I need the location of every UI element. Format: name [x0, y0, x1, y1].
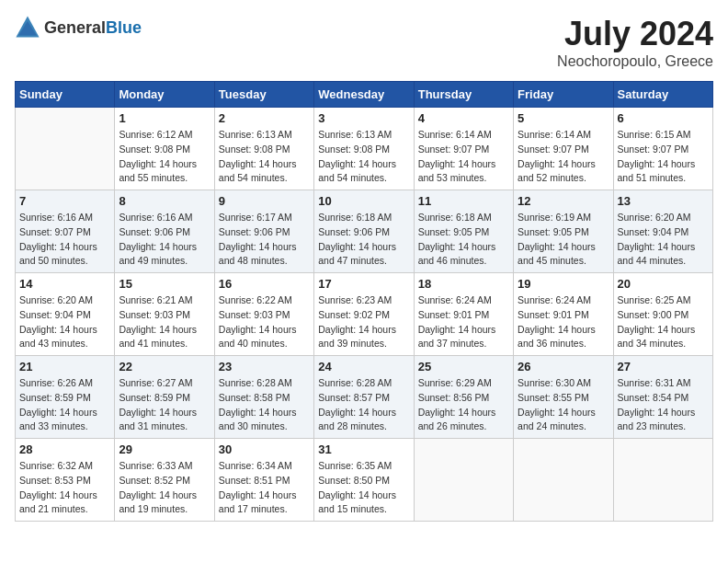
day-info: Sunrise: 6:17 AM Sunset: 9:06 PM Dayligh… — [219, 211, 310, 269]
week-row-4: 21Sunrise: 6:26 AM Sunset: 8:59 PM Dayli… — [16, 356, 713, 439]
day-info: Sunrise: 6:35 AM Sunset: 8:50 PM Dayligh… — [318, 459, 409, 517]
day-cell: 25Sunrise: 6:29 AM Sunset: 8:56 PM Dayli… — [414, 356, 513, 439]
day-number: 2 — [219, 111, 310, 125]
day-info: Sunrise: 6:18 AM Sunset: 9:05 PM Dayligh… — [418, 211, 509, 269]
day-number: 11 — [418, 194, 509, 208]
day-cell: 7Sunrise: 6:16 AM Sunset: 9:07 PM Daylig… — [16, 190, 115, 273]
weekday-header-monday: Monday — [115, 82, 214, 108]
weekday-header-thursday: Thursday — [414, 82, 513, 108]
day-number: 25 — [418, 360, 509, 373]
weekday-header-row: SundayMondayTuesdayWednesdayThursdayFrid… — [16, 82, 713, 108]
day-number: 12 — [518, 194, 609, 208]
day-number: 31 — [318, 442, 409, 456]
day-number: 4 — [418, 111, 509, 125]
day-info: Sunrise: 6:18 AM Sunset: 9:06 PM Dayligh… — [318, 211, 409, 269]
day-cell: 12Sunrise: 6:19 AM Sunset: 9:05 PM Dayli… — [514, 190, 613, 273]
week-row-2: 7Sunrise: 6:16 AM Sunset: 9:07 PM Daylig… — [16, 190, 713, 273]
day-number: 29 — [119, 442, 210, 456]
day-number: 6 — [618, 111, 709, 125]
week-row-3: 14Sunrise: 6:20 AM Sunset: 9:04 PM Dayli… — [16, 273, 713, 356]
day-cell: 15Sunrise: 6:21 AM Sunset: 9:03 PM Dayli… — [115, 273, 214, 356]
weekday-header-saturday: Saturday — [613, 82, 712, 108]
day-number: 19 — [518, 277, 609, 291]
day-cell: 9Sunrise: 6:17 AM Sunset: 9:06 PM Daylig… — [214, 190, 313, 273]
day-number: 3 — [318, 111, 409, 125]
day-cell: 2Sunrise: 6:13 AM Sunset: 9:08 PM Daylig… — [214, 108, 313, 190]
day-number: 7 — [19, 194, 110, 208]
day-cell: 17Sunrise: 6:23 AM Sunset: 9:02 PM Dayli… — [314, 273, 414, 356]
day-info: Sunrise: 6:21 AM Sunset: 9:03 PM Dayligh… — [119, 293, 210, 351]
day-cell: 8Sunrise: 6:16 AM Sunset: 9:06 PM Daylig… — [115, 190, 214, 273]
day-number: 15 — [119, 277, 210, 291]
day-number: 18 — [418, 277, 509, 291]
week-row-5: 28Sunrise: 6:32 AM Sunset: 8:53 PM Dayli… — [16, 439, 713, 522]
day-cell: 18Sunrise: 6:24 AM Sunset: 9:01 PM Dayli… — [414, 273, 513, 356]
day-cell: 14Sunrise: 6:20 AM Sunset: 9:04 PM Dayli… — [16, 273, 115, 356]
day-cell: 29Sunrise: 6:33 AM Sunset: 8:52 PM Dayli… — [115, 439, 214, 522]
day-info: Sunrise: 6:19 AM Sunset: 9:05 PM Dayligh… — [518, 211, 609, 269]
day-info: Sunrise: 6:12 AM Sunset: 9:08 PM Dayligh… — [119, 128, 210, 186]
weekday-header-tuesday: Tuesday — [214, 82, 313, 108]
day-info: Sunrise: 6:31 AM Sunset: 8:54 PM Dayligh… — [618, 376, 709, 434]
day-info: Sunrise: 6:20 AM Sunset: 9:04 PM Dayligh… — [19, 293, 110, 351]
day-cell: 11Sunrise: 6:18 AM Sunset: 9:05 PM Dayli… — [414, 190, 513, 273]
day-number: 23 — [219, 360, 310, 373]
day-number: 24 — [318, 360, 409, 373]
day-number: 9 — [219, 194, 310, 208]
day-number: 30 — [219, 442, 310, 456]
day-number: 20 — [618, 277, 709, 291]
day-info: Sunrise: 6:28 AM Sunset: 8:58 PM Dayligh… — [219, 376, 310, 434]
day-cell: 6Sunrise: 6:15 AM Sunset: 9:07 PM Daylig… — [613, 108, 712, 190]
day-number: 14 — [19, 277, 110, 291]
day-info: Sunrise: 6:29 AM Sunset: 8:56 PM Dayligh… — [418, 376, 509, 434]
day-cell: 3Sunrise: 6:13 AM Sunset: 9:08 PM Daylig… — [314, 108, 414, 190]
day-cell: 27Sunrise: 6:31 AM Sunset: 8:54 PM Dayli… — [613, 356, 712, 439]
day-info: Sunrise: 6:33 AM Sunset: 8:52 PM Dayligh… — [119, 459, 210, 517]
day-cell: 23Sunrise: 6:28 AM Sunset: 8:58 PM Dayli… — [214, 356, 313, 439]
day-cell: 26Sunrise: 6:30 AM Sunset: 8:55 PM Dayli… — [514, 356, 613, 439]
day-number: 22 — [119, 360, 210, 373]
day-info: Sunrise: 6:22 AM Sunset: 9:03 PM Dayligh… — [219, 293, 310, 351]
day-number: 28 — [19, 442, 110, 456]
day-cell: 4Sunrise: 6:14 AM Sunset: 9:07 PM Daylig… — [414, 108, 513, 190]
weekday-header-sunday: Sunday — [16, 82, 115, 108]
day-info: Sunrise: 6:32 AM Sunset: 8:53 PM Dayligh… — [19, 459, 110, 517]
day-number: 21 — [19, 360, 110, 373]
day-cell: 22Sunrise: 6:27 AM Sunset: 8:59 PM Dayli… — [115, 356, 214, 439]
day-info: Sunrise: 6:30 AM Sunset: 8:55 PM Dayligh… — [518, 376, 609, 434]
day-info: Sunrise: 6:28 AM Sunset: 8:57 PM Dayligh… — [318, 376, 409, 434]
day-cell: 30Sunrise: 6:34 AM Sunset: 8:51 PM Dayli… — [214, 439, 313, 522]
day-info: Sunrise: 6:34 AM Sunset: 8:51 PM Dayligh… — [219, 459, 310, 517]
day-info: Sunrise: 6:23 AM Sunset: 9:02 PM Dayligh… — [318, 293, 409, 351]
day-number: 26 — [518, 360, 609, 373]
logo-icon — [15, 15, 40, 40]
day-cell: 20Sunrise: 6:25 AM Sunset: 9:00 PM Dayli… — [613, 273, 712, 356]
day-info: Sunrise: 6:27 AM Sunset: 8:59 PM Dayligh… — [119, 376, 210, 434]
day-cell — [16, 108, 115, 190]
calendar-table: SundayMondayTuesdayWednesdayThursdayFrid… — [15, 81, 713, 522]
day-number: 1 — [119, 111, 210, 125]
page-header: GeneralBlue July 2024 Neochoropoulo, Gre… — [15, 15, 713, 70]
day-info: Sunrise: 6:20 AM Sunset: 9:04 PM Dayligh… — [618, 211, 709, 269]
day-number: 5 — [518, 111, 609, 125]
month-title: July 2024 — [557, 15, 713, 53]
day-cell: 31Sunrise: 6:35 AM Sunset: 8:50 PM Dayli… — [314, 439, 414, 522]
logo-blue-text: Blue — [106, 18, 142, 37]
day-cell: 21Sunrise: 6:26 AM Sunset: 8:59 PM Dayli… — [16, 356, 115, 439]
day-info: Sunrise: 6:14 AM Sunset: 9:07 PM Dayligh… — [518, 128, 609, 186]
day-number: 8 — [119, 194, 210, 208]
day-info: Sunrise: 6:24 AM Sunset: 9:01 PM Dayligh… — [518, 293, 609, 351]
day-cell — [613, 439, 712, 522]
day-cell: 1Sunrise: 6:12 AM Sunset: 9:08 PM Daylig… — [115, 108, 214, 190]
day-info: Sunrise: 6:26 AM Sunset: 8:59 PM Dayligh… — [19, 376, 110, 434]
day-number: 13 — [618, 194, 709, 208]
day-cell: 24Sunrise: 6:28 AM Sunset: 8:57 PM Dayli… — [314, 356, 414, 439]
day-number: 27 — [618, 360, 709, 373]
day-cell — [414, 439, 513, 522]
day-cell: 16Sunrise: 6:22 AM Sunset: 9:03 PM Dayli… — [214, 273, 313, 356]
day-number: 16 — [219, 277, 310, 291]
day-info: Sunrise: 6:16 AM Sunset: 9:07 PM Dayligh… — [19, 211, 110, 269]
day-cell: 19Sunrise: 6:24 AM Sunset: 9:01 PM Dayli… — [514, 273, 613, 356]
weekday-header-wednesday: Wednesday — [314, 82, 414, 108]
title-section: July 2024 Neochoropoulo, Greece — [557, 15, 713, 70]
